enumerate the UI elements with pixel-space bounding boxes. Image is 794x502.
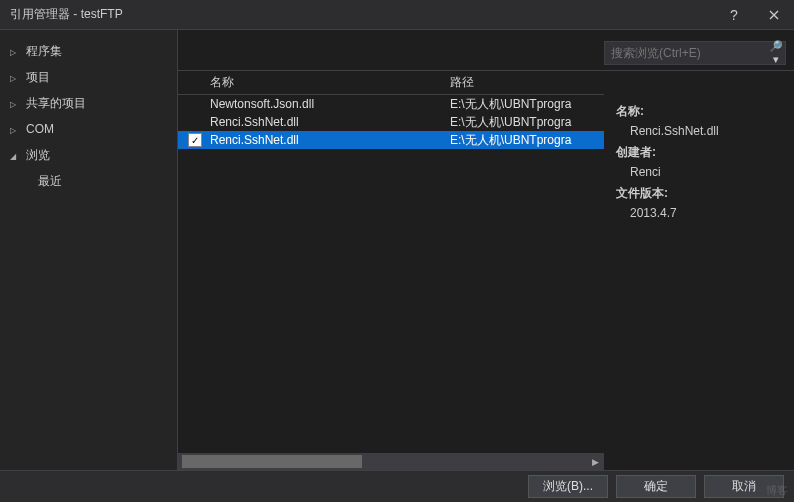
column-name[interactable]: 名称: [210, 74, 450, 91]
reference-list: 名称 路径 Newtonsoft.Json.dll E:\无人机\UBNTpro…: [178, 70, 604, 470]
list-item[interactable]: ✓ Renci.SshNet.dll E:\无人机\UBNTprogra: [178, 131, 604, 149]
sidebar-item-label: 浏览: [26, 147, 50, 164]
chevron-right-icon: [10, 72, 22, 83]
chevron-right-icon: [10, 46, 22, 57]
ok-button[interactable]: 确定: [616, 475, 696, 498]
list-item[interactable]: Renci.SshNet.dll E:\无人机\UBNTprogra: [178, 113, 604, 131]
checkbox-icon[interactable]: ✓: [188, 133, 202, 147]
row-name: Renci.SshNet.dll: [210, 133, 450, 147]
detail-name-label: 名称:: [616, 101, 782, 121]
row-name: Renci.SshNet.dll: [210, 115, 450, 129]
detail-panel: 名称: Renci.SshNet.dll 创建者: Renci 文件版本: 20…: [604, 70, 794, 470]
main-panel: 🔎▾ 名称 路径 Newtonsoft.Json.dll E:\无人机\UBNT…: [178, 30, 794, 470]
detail-version-label: 文件版本:: [616, 183, 782, 203]
list-item[interactable]: Newtonsoft.Json.dll E:\无人机\UBNTprogra: [178, 95, 604, 113]
detail-creator-value: Renci: [616, 162, 782, 182]
chevron-right-icon: [10, 124, 22, 135]
horizontal-scrollbar[interactable]: ◀ ▶: [178, 453, 604, 470]
cancel-button[interactable]: 取消: [704, 475, 784, 498]
top-row: 🔎▾: [178, 30, 794, 70]
sidebar-item-browse[interactable]: 浏览: [0, 142, 177, 168]
window-title: 引用管理器 - testFTP: [10, 6, 714, 23]
search-wrapper: 🔎▾: [604, 30, 794, 70]
sidebar-item-projects[interactable]: 项目: [0, 64, 177, 90]
row-path: E:\无人机\UBNTprogra: [450, 132, 604, 149]
chevron-down-icon: [10, 150, 22, 161]
help-button[interactable]: ?: [714, 0, 754, 30]
detail-creator-label: 创建者:: [616, 142, 782, 162]
detail-name-value: Renci.SshNet.dll: [616, 121, 782, 141]
content-area: 程序集 项目 共享的项目 COM 浏览 最近 🔎▾: [0, 30, 794, 470]
row-path: E:\无人机\UBNTprogra: [450, 96, 604, 113]
search-box[interactable]: 🔎▾: [604, 41, 786, 65]
sidebar-item-label: 项目: [26, 69, 50, 86]
sidebar-item-label: COM: [26, 122, 54, 136]
sidebar-item-com[interactable]: COM: [0, 116, 177, 142]
category-sidebar: 程序集 项目 共享的项目 COM 浏览 最近: [0, 30, 178, 470]
browse-button[interactable]: 浏览(B)...: [528, 475, 608, 498]
sidebar-item-label: 共享的项目: [26, 95, 86, 112]
scroll-right-icon[interactable]: ▶: [587, 453, 604, 470]
row-path: E:\无人机\UBNTprogra: [450, 114, 604, 131]
close-button[interactable]: [754, 0, 794, 30]
sidebar-item-recent[interactable]: 最近: [0, 168, 177, 194]
column-headers: 名称 路径: [178, 71, 604, 95]
scrollbar-thumb[interactable]: [182, 455, 362, 468]
search-icon[interactable]: 🔎▾: [767, 40, 785, 66]
detail-version-value: 2013.4.7: [616, 203, 782, 223]
sidebar-item-label: 最近: [38, 173, 62, 190]
footer-buttons: 浏览(B)... 确定 取消: [0, 470, 794, 502]
sidebar-item-shared-projects[interactable]: 共享的项目: [0, 90, 177, 116]
sidebar-item-label: 程序集: [26, 43, 62, 60]
rows-container: Newtonsoft.Json.dll E:\无人机\UBNTprogra Re…: [178, 95, 604, 453]
sidebar-item-assemblies[interactable]: 程序集: [0, 38, 177, 64]
list-area: 名称 路径 Newtonsoft.Json.dll E:\无人机\UBNTpro…: [178, 70, 794, 470]
chevron-right-icon: [10, 98, 22, 109]
search-input[interactable]: [605, 46, 767, 60]
row-name: Newtonsoft.Json.dll: [210, 97, 450, 111]
close-icon: [769, 10, 779, 20]
column-path[interactable]: 路径: [450, 74, 604, 91]
titlebar: 引用管理器 - testFTP ?: [0, 0, 794, 30]
